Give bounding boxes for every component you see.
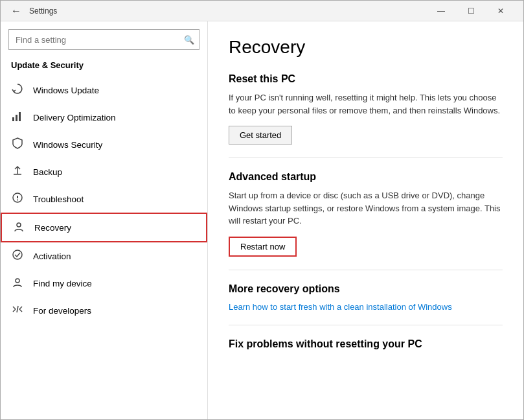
sidebar-item-label: Find my device [33,279,92,288]
more-recovery-section: More recovery options Learn how to start… [229,283,503,312]
svg-line-12 [13,307,16,309]
sidebar-item-troubleshoot[interactable]: Troubleshoot [1,185,207,213]
window-controls: — ☐ ✕ [426,1,516,21]
search-input[interactable] [8,29,199,50]
delivery-optimization-icon [11,110,24,124]
svg-line-16 [19,309,22,312]
divider-3 [229,325,503,325]
advanced-startup-desc: Start up from a device or disc (such as … [229,189,503,228]
sidebar: 🔍 Update & Security Windows Update [1,21,208,419]
svg-point-8 [17,200,18,201]
maximize-button[interactable]: ☐ [456,1,486,21]
sidebar-item-recovery[interactable]: Recovery [1,213,207,242]
divider-2 [229,270,503,270]
svg-line-15 [19,307,22,309]
svg-rect-0 [12,117,14,121]
sidebar-item-activation[interactable]: Activation [1,242,207,270]
windows-update-icon [11,83,24,97]
reset-pc-title: Reset this PC [229,73,503,85]
sidebar-item-delivery-optimization[interactable]: Delivery Optimization [1,104,207,131]
windows-security-icon [11,137,24,152]
divider-1 [229,158,503,158]
sidebar-section-title: Update & Security [1,55,207,76]
advanced-startup-title: Advanced startup [229,171,503,183]
recovery-icon [12,220,25,235]
sidebar-item-label: Backup [33,167,62,177]
settings-window: ← Settings — ☐ ✕ 🔍 Update & Security [0,0,524,420]
advanced-startup-section: Advanced startup Start up from a device … [229,171,503,257]
sidebar-item-label: Delivery Optimization [33,113,116,122]
sidebar-item-backup[interactable]: Backup [1,158,207,185]
window-title: Settings [29,6,57,16]
search-icon: 🔍 [184,35,194,45]
for-developers-icon [11,303,24,318]
sidebar-item-find-my-device[interactable]: Find my device [1,270,207,297]
svg-line-14 [17,306,18,312]
page-title: Recovery [229,37,503,58]
sidebar-item-label: Troubleshoot [33,194,84,204]
svg-point-9 [17,223,21,227]
svg-point-10 [13,250,22,259]
svg-line-13 [13,309,16,312]
sidebar-item-windows-security[interactable]: Windows Security [1,131,207,158]
svg-rect-3 [22,111,23,111]
backup-icon [11,165,24,179]
reset-pc-desc: If your PC isn't running well, resetting… [229,91,503,117]
get-started-button[interactable]: Get started [229,126,292,145]
reset-pc-section: Reset this PC If your PC isn't running w… [229,73,503,145]
main-content: 🔍 Update & Security Windows Update [1,21,523,419]
sidebar-item-label: Windows Update [33,86,99,95]
find-my-device-icon [11,276,24,290]
back-button[interactable]: ← [8,3,24,19]
search-container: 🔍 [8,29,199,50]
troubleshoot-icon [11,192,24,206]
svg-rect-2 [19,112,21,121]
sidebar-item-label: Recovery [34,223,71,233]
sidebar-item-label: For developers [33,306,91,316]
activation-icon [11,249,24,263]
sidebar-item-for-developers[interactable]: For developers [1,297,207,324]
sidebar-item-label: Windows Security [33,140,102,150]
sidebar-item-windows-update[interactable]: Windows Update [1,76,207,104]
clean-install-link[interactable]: Learn how to start fresh with a clean in… [229,302,452,312]
restart-now-button[interactable]: Restart now [229,237,297,257]
minimize-button[interactable]: — [426,1,456,21]
fix-problems-section: Fix problems without resetting your PC [229,338,503,350]
more-recovery-title: More recovery options [229,283,503,295]
titlebar: ← Settings — ☐ ✕ [1,1,523,21]
fix-problems-title: Fix problems without resetting your PC [229,338,503,350]
close-button[interactable]: ✕ [486,1,516,21]
svg-rect-1 [16,115,17,121]
svg-point-11 [16,279,19,283]
main-panel: Recovery Reset this PC If your PC isn't … [208,21,523,419]
sidebar-item-label: Activation [33,251,71,261]
